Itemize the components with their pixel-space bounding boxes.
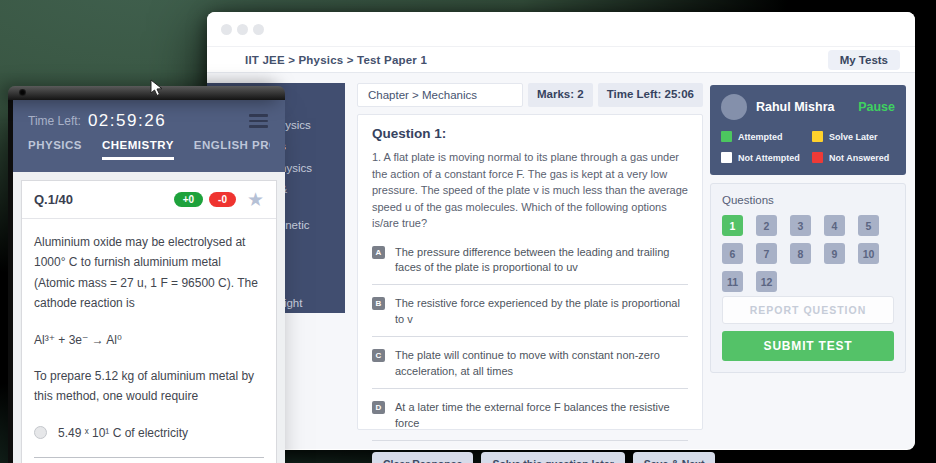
window-titlebar	[207, 12, 915, 46]
avatar	[721, 94, 747, 120]
question-cell-12[interactable]: 12	[756, 271, 777, 292]
legend-not-answered: Not Answered	[812, 152, 895, 163]
option-d-text: At a later time the external force F bal…	[395, 400, 688, 432]
legend-attempted: Attempted	[721, 131, 808, 142]
questions-panel-label: Questions	[722, 194, 894, 206]
question-card: Question 1: 1. A flat plate is moving no…	[357, 114, 703, 430]
legend-attempted-label: Attempted	[738, 132, 783, 142]
mobile-question-text: Aluminium oxide may be electrolysed at 1…	[34, 232, 264, 314]
option-c[interactable]: C The plate will continue to move with c…	[372, 348, 688, 380]
questions-panel: Questions 1 2 3 4 5 6 7 8 9 10 11 12	[710, 183, 906, 373]
question-cell-9[interactable]: 9	[824, 243, 845, 264]
mobile-subject-tabs: PHYSICS CHEMISTRY ENGLISH PROFICIENCY	[28, 139, 270, 160]
tab-physics[interactable]: PHYSICS	[28, 139, 82, 160]
menu-icon[interactable]	[247, 112, 270, 130]
chapter-breadcrumb: Chapter > Mechanics	[357, 83, 523, 107]
legend-not-attempted: Not Attempted	[721, 152, 808, 163]
legend-not-answered-swatch	[812, 152, 823, 163]
question-header-bar: Chapter > Mechanics Marks: 2 Time Left: …	[357, 83, 703, 107]
question-cell-1[interactable]: 1	[722, 215, 743, 236]
question-cell-7[interactable]: 7	[756, 243, 777, 264]
legend-solve-later-swatch	[812, 131, 823, 142]
report-question-button[interactable]: REPORT QUESTION	[722, 296, 894, 324]
status-legend: Attempted Solve Later Not Attempted	[721, 131, 895, 163]
legend-solve-later-label: Solve Later	[829, 132, 878, 142]
mobile-header: Time Left: 02:59:26 PHYSICS CHEMISTRY EN…	[13, 100, 285, 172]
top-navbar: IIT JEE > Physics > Test Paper 1 My Test…	[207, 46, 915, 73]
question-counter: Q.1/40	[34, 192, 73, 207]
option-d[interactable]: D At a later time the external force F b…	[372, 400, 688, 432]
legend-not-attempted-label: Not Attempted	[738, 153, 800, 163]
stage: IIT JEE > Physics > Test Paper 1 My Test…	[0, 0, 936, 463]
submit-test-button[interactable]: SUBMIT TEST	[722, 331, 894, 361]
solve-later-button[interactable]: Solve this question later	[481, 452, 624, 463]
question-heading: Question 1:	[372, 126, 688, 141]
question-text: 1. A flat plate is moving normal to its …	[372, 149, 688, 232]
question-cell-2[interactable]: 2	[756, 215, 777, 236]
option-divider	[372, 388, 688, 389]
clear-response-button[interactable]: Clear Response	[372, 452, 473, 463]
mouse-cursor-icon	[150, 79, 164, 97]
question-footer: Clear Response Solve this question later…	[372, 452, 688, 463]
question-cell-10[interactable]: 10	[858, 243, 879, 264]
mobile-option-1[interactable]: 5.49 ˣ 10¹ C of electricity	[34, 423, 264, 443]
option-b-letter-badge: B	[372, 297, 385, 310]
question-column: Chapter > Mechanics Marks: 2 Time Left: …	[357, 83, 703, 430]
positive-marks-badge: +0	[174, 192, 203, 207]
negative-marks-badge: -0	[209, 192, 236, 207]
question-cell-6[interactable]: 6	[722, 243, 743, 264]
pause-button[interactable]: Pause	[858, 100, 895, 114]
save-next-button[interactable]: Save & Next	[633, 452, 716, 463]
phone-overlay: Time Left: 02:59:26 PHYSICS CHEMISTRY EN…	[8, 86, 285, 463]
mobile-option-1-text: 5.49 ˣ 10¹ C of electricity	[58, 423, 188, 443]
legend-attempted-swatch	[721, 131, 732, 142]
window-control-dot[interactable]	[253, 24, 264, 35]
legend-solve-later: Solve Later	[812, 131, 895, 142]
user-name: Rahul Mishra	[756, 100, 835, 114]
option-b-text: The resistive force experienced by the p…	[395, 296, 688, 328]
option-divider	[372, 284, 688, 285]
tab-english-proficiency[interactable]: ENGLISH PROFICIENCY	[194, 139, 270, 160]
user-card: Rahul Mishra Pause Attempted Solve Later	[710, 85, 906, 175]
phone-top-bezel	[8, 86, 285, 100]
bookmark-star-icon[interactable]: ★	[247, 190, 264, 209]
radio-icon[interactable]	[34, 426, 47, 439]
chapter-timer-badge: Time Left: 25:06	[598, 83, 703, 107]
mobile-question-text-2: To prepare 5.12 kg of aluminium metal by…	[34, 366, 264, 407]
my-tests-button[interactable]: My Tests	[828, 50, 900, 70]
option-a-letter-badge: A	[372, 246, 385, 259]
question-cell-3[interactable]: 3	[790, 215, 811, 236]
mobile-time-row: Time Left: 02:59:26	[28, 111, 270, 131]
phone-screen: Time Left: 02:59:26 PHYSICS CHEMISTRY EN…	[8, 100, 285, 463]
option-a[interactable]: A The pressure difference between the le…	[372, 245, 688, 277]
user-row: Rahul Mishra Pause	[721, 94, 895, 120]
breadcrumb[interactable]: IIT JEE > Physics > Test Paper 1	[245, 54, 427, 66]
legend-not-attempted-swatch	[721, 152, 732, 163]
status-column: Rahul Mishra Pause Attempted Solve Later	[710, 85, 906, 373]
mobile-body: Q.1/40 +0 -0 ★ Aluminium oxide may be el…	[13, 172, 285, 463]
window-content: Chapters General Physics Mechanics Therm…	[207, 73, 915, 449]
option-b[interactable]: B The resistive force experienced by the…	[372, 296, 688, 328]
mobile-question-card: Q.1/40 +0 -0 ★ Aluminium oxide may be el…	[21, 180, 277, 463]
camera-icon	[19, 89, 26, 96]
mobile-time-left-label: Time Left:	[28, 114, 81, 128]
marks-badge: Marks: 2	[528, 83, 593, 107]
option-a-text: The pressure difference between the lead…	[395, 245, 688, 277]
tab-chemistry[interactable]: CHEMISTRY	[102, 139, 174, 160]
option-divider	[372, 440, 688, 441]
mobile-time-left-value: 02:59:26	[88, 111, 166, 131]
reaction-equation: Al³⁺ + 3e⁻ → Al⁰	[34, 330, 264, 350]
mobile-question-content: Aluminium oxide may be electrolysed at 1…	[22, 219, 276, 463]
option-d-letter-badge: D	[372, 401, 385, 414]
question-cell-11[interactable]: 11	[722, 271, 743, 292]
question-cell-4[interactable]: 4	[824, 215, 845, 236]
browser-window: IIT JEE > Physics > Test Paper 1 My Test…	[207, 12, 915, 450]
option-c-text: The plate will continue to move with con…	[395, 348, 688, 380]
question-cell-8[interactable]: 8	[790, 243, 811, 264]
question-number-grid: 1 2 3 4 5 6 7 8 9 10 11 12	[722, 215, 894, 292]
window-control-dot[interactable]	[237, 24, 248, 35]
window-control-dot[interactable]	[221, 24, 232, 35]
option-divider	[372, 336, 688, 337]
mobile-option-divider	[34, 457, 264, 458]
question-cell-5[interactable]: 5	[858, 215, 879, 236]
